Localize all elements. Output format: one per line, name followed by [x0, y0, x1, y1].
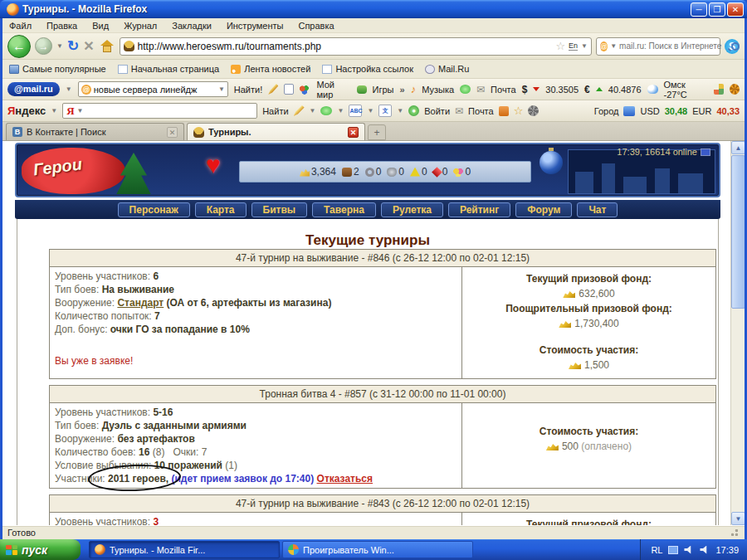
- yandex-find-button[interactable]: Найти: [262, 106, 288, 116]
- mail-button[interactable]: Почта: [491, 85, 516, 95]
- tab-vkontakte[interactable]: В В Контакте | Поиск ✕: [6, 123, 184, 140]
- bookmark-item[interactable]: Настройка ссылок: [322, 64, 413, 74]
- game-nav-button[interactable]: Чат: [577, 202, 618, 217]
- mailru-search-dropdown-icon[interactable]: ▼: [218, 85, 225, 93]
- compose-icon[interactable]: [268, 84, 278, 95]
- game-nav-button[interactable]: Рулетка: [381, 202, 443, 217]
- spellcheck-dropdown-icon[interactable]: ▼: [367, 107, 374, 114]
- volume-icon[interactable]: [684, 546, 694, 554]
- yandex-logo-dropdown-icon[interactable]: ▼: [51, 107, 57, 114]
- spellcheck-icon[interactable]: ABC: [349, 105, 362, 117]
- taskbar-item-media-player[interactable]: Проигрыватель Win...: [282, 541, 473, 558]
- page-search-icon[interactable]: [284, 84, 294, 95]
- maps-icon[interactable]: [714, 84, 724, 95]
- chat-dropdown-icon[interactable]: ▼: [337, 107, 344, 114]
- restore-button[interactable]: ❐: [709, 2, 725, 17]
- yandex-search-input[interactable]: [85, 105, 253, 117]
- new-tab-button[interactable]: +: [368, 124, 386, 140]
- game-nav-button[interactable]: Рейтинг: [448, 202, 510, 217]
- tab-close-icon[interactable]: ✕: [348, 127, 359, 138]
- menu-item[interactable]: Правка: [46, 21, 77, 31]
- music-button[interactable]: Музыка: [422, 85, 454, 95]
- eur-rate-yandex[interactable]: 40,33: [716, 106, 740, 116]
- game-nav-button[interactable]: Битвы: [251, 202, 308, 217]
- close-button[interactable]: ✕: [727, 2, 744, 17]
- yandex-search-box[interactable]: Я ▼: [62, 103, 257, 119]
- menu-item[interactable]: Файл: [9, 21, 32, 31]
- my-world-button[interactable]: Мой мир: [316, 80, 350, 100]
- forward-button[interactable]: →: [35, 37, 52, 55]
- resize-grip[interactable]: [730, 528, 740, 538]
- weather-label[interactable]: Омск -27°C: [664, 80, 708, 100]
- menu-item[interactable]: Журнал: [124, 21, 157, 31]
- language-badge[interactable]: En: [569, 41, 578, 51]
- yandex-feedback-icon[interactable]: [294, 105, 305, 116]
- refuse-link[interactable]: Отказаться: [317, 473, 373, 485]
- yandex-settings-icon[interactable]: [528, 105, 539, 116]
- game-nav-button[interactable]: Карта: [195, 202, 247, 217]
- games-button[interactable]: Игры: [373, 85, 394, 95]
- url-dropdown-icon[interactable]: ▼: [581, 42, 588, 50]
- window-titlebar[interactable]: Турниры. - Mozilla Firefox ─ ❐ ✕: [0, 0, 747, 18]
- reload-button[interactable]: ↻: [67, 37, 79, 55]
- scroll-up-button[interactable]: ▲: [731, 141, 745, 154]
- favorites-star-icon[interactable]: ☆: [514, 105, 524, 117]
- yandex-widget-icon[interactable]: [499, 106, 509, 116]
- mailru-settings-icon[interactable]: [730, 84, 740, 95]
- network-icon[interactable]: [668, 546, 678, 554]
- url-input[interactable]: [138, 41, 553, 52]
- bookmark-item[interactable]: Начальная страница: [118, 64, 219, 74]
- mailru-logo[interactable]: @mail.ru: [7, 82, 60, 96]
- stop-button[interactable]: ✕: [83, 38, 94, 54]
- translate-dropdown-icon[interactable]: ▼: [397, 107, 403, 114]
- scroll-down-button[interactable]: ▼: [731, 512, 745, 525]
- bookmark-item[interactable]: Лента новостей: [231, 64, 310, 74]
- menu-item[interactable]: Закладки: [172, 21, 212, 31]
- vertical-scrollbar[interactable]: ▲ ▼: [730, 141, 745, 525]
- yandex-login-button[interactable]: Войти: [424, 106, 450, 116]
- agent-icon[interactable]: [460, 85, 471, 94]
- game-nav-button[interactable]: Форум: [515, 202, 572, 217]
- taskbar-clock[interactable]: 17:39: [715, 545, 739, 555]
- language-indicator[interactable]: RL: [651, 545, 662, 555]
- yandex-chat-icon[interactable]: [320, 106, 332, 115]
- game-nav-button[interactable]: Персонаж: [118, 202, 190, 217]
- mail-flag-icon[interactable]: [701, 149, 710, 156]
- minimize-button[interactable]: ─: [691, 2, 707, 17]
- search-engine-dropdown-icon[interactable]: ▼: [610, 42, 617, 50]
- toolbar-overflow-chevron[interactable]: »: [400, 85, 405, 95]
- mailru-logo-dropdown-icon[interactable]: ▼: [66, 85, 72, 93]
- usd-rate-yandex[interactable]: 30,48: [665, 106, 688, 116]
- yandex-logo[interactable]: Яндекс: [7, 105, 46, 117]
- sound-device-icon[interactable]: [700, 546, 710, 554]
- mailru-find-button[interactable]: Найти!: [234, 85, 262, 95]
- search-bar[interactable]: @ ▼: [596, 37, 720, 56]
- history-dropdown-icon[interactable]: ▼: [56, 42, 63, 50]
- bookmark-item[interactable]: Самые популярные: [9, 64, 106, 74]
- bookmark-item[interactable]: Mail.Ru: [425, 64, 469, 74]
- mailru-search-input[interactable]: [94, 85, 216, 95]
- yandex-search-dropdown-icon[interactable]: ▼: [77, 107, 84, 114]
- taskbar-item-firefox[interactable]: Турниры. - Mozilla Fir...: [89, 541, 280, 558]
- menu-item[interactable]: Инструменты: [227, 21, 284, 31]
- home-button[interactable]: [99, 40, 115, 53]
- web-search-input[interactable]: [619, 41, 729, 51]
- heart-icon[interactable]: ♥: [206, 151, 221, 179]
- scrollbar-thumb[interactable]: [731, 155, 745, 309]
- search-engine-icon[interactable]: @: [600, 41, 608, 51]
- standard-link[interactable]: Стандарт: [117, 297, 164, 309]
- translate-icon[interactable]: 文: [378, 105, 392, 117]
- city-button[interactable]: Город: [594, 106, 619, 116]
- bookmark-star-icon[interactable]: ☆: [555, 40, 565, 52]
- url-bar[interactable]: ☆ En ▼: [120, 37, 592, 56]
- start-button[interactable]: пуск: [0, 539, 81, 560]
- menu-item[interactable]: Справка: [298, 21, 334, 31]
- game-nav-button[interactable]: Таверна: [312, 202, 376, 217]
- back-button[interactable]: ←: [7, 35, 31, 58]
- menu-item[interactable]: Вид: [92, 21, 109, 31]
- tab-close-icon[interactable]: ✕: [167, 127, 178, 138]
- tab-tournaments[interactable]: Турниры. ✕: [187, 123, 365, 140]
- yandex-mail-button[interactable]: Почта: [468, 106, 494, 116]
- mailru-search-box[interactable]: @ ▼: [78, 81, 228, 97]
- feedback-dropdown-icon[interactable]: ▼: [310, 107, 316, 114]
